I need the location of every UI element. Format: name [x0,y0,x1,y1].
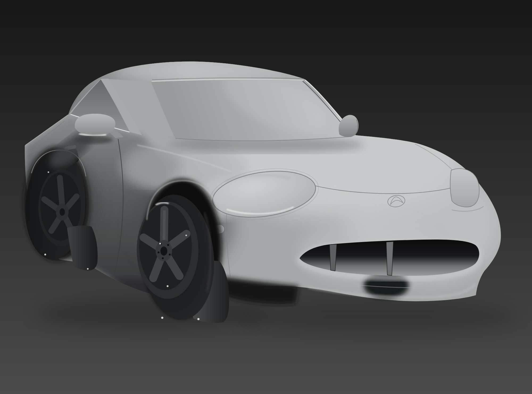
mudflap-rear-glint [87,268,89,270]
front-hub-center [160,247,167,256]
rear-tire-glint [44,254,46,256]
rear-hub-center [60,208,65,216]
render-viewport [0,0,532,394]
front-tire-glint [161,317,163,319]
mirror-under-shade [74,136,113,144]
mirror-housing [75,114,115,136]
ground-shadow-front [237,300,519,335]
front-grille-mouth [300,239,479,278]
mudflap-front-glint [197,318,200,320]
front-hub-glint [159,243,161,244]
front-rim-glint-3 [167,285,169,287]
light-door-top [120,146,181,186]
front-rim-glint-2 [185,235,187,236]
car-render-canvas [0,0,532,394]
rear-rim-glint-1 [48,171,49,173]
